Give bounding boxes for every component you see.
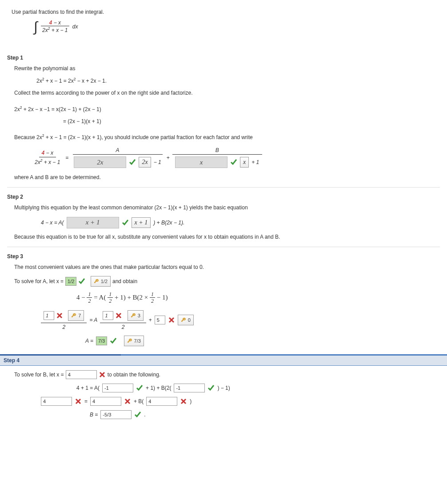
cross-icon [75, 398, 82, 405]
step1-line2: Collect the terms according to the power… [14, 89, 440, 97]
step1-line1: Rewrite the polynomial as [14, 64, 440, 73]
step2-header: Step 2 [7, 194, 440, 200]
input-1a[interactable]: 1 [44, 311, 54, 320]
check-icon [129, 159, 136, 166]
step3-A-result-row: A = 7/3 7/3 [85, 336, 440, 346]
plus-sign: + [167, 155, 170, 161]
check-icon [110, 337, 117, 344]
dx-label: dx [72, 24, 78, 30]
hint-button-xp1[interactable]: x + 1 [132, 217, 151, 228]
step3-let-x-row: To solve for A, let x = 1/2 1/2 and obta… [14, 276, 440, 287]
hint-button-7[interactable]: 7 [68, 310, 84, 321]
step1-header: Step 1 [7, 55, 440, 61]
check-icon [78, 278, 85, 285]
cross-icon [124, 398, 131, 405]
step1-eq2: 2x2 + 2x − x −1 = x(2x − 1) + (2x − 1) [14, 105, 440, 114]
key-icon [71, 313, 76, 318]
input-half[interactable]: 1/2 [65, 277, 76, 286]
hint-button-73[interactable]: 7/3 [124, 336, 144, 346]
step3-header: Step 3 [7, 253, 440, 260]
hint-button-2x[interactable]: 2x [139, 157, 151, 168]
hint-button-half[interactable]: 1/2 [91, 276, 111, 287]
step4-row2: 4 = 4 + B( 4 ) [41, 397, 440, 406]
key-icon [131, 313, 136, 318]
input-B[interactable]: -5/3 [100, 410, 132, 419]
step4-B-result-row: B = -5/3 . [90, 410, 440, 419]
step3-line1: The most convenient values are the ones … [14, 263, 440, 272]
check-icon [136, 384, 143, 392]
cross-icon [99, 371, 106, 378]
input-1b[interactable]: 1 [103, 311, 113, 320]
answer-box-2x[interactable]: 2x [74, 156, 126, 168]
answer-box-xp1[interactable]: x + 1 [67, 217, 119, 228]
check-icon [122, 219, 129, 226]
check-icon [134, 411, 141, 418]
step4-row1: 4 + 1 = A( -1 + 1) + B(2( -1 ) − 1) [76, 384, 440, 392]
hint-button-0[interactable]: 0 [178, 315, 194, 325]
input-5[interactable]: 5 [155, 316, 165, 324]
step1-line3: Because 2x2 + x − 1 = (2x − 1)(x + 1), y… [14, 133, 440, 142]
cross-icon [180, 398, 187, 405]
step1-eq3: = (2x − 1)(x + 1) [63, 117, 440, 126]
step3-display-eq: 4 − 12 = A( 12 + 1) + B(2 × 12 − 1) [76, 291, 440, 305]
input-n1b[interactable]: -1 [174, 384, 205, 392]
cross-icon [115, 312, 122, 319]
prompt-text: Use partial fractions to find the integr… [12, 9, 435, 15]
lhs-fraction: 4 − x 2x2 + x − 1 [32, 149, 63, 166]
step4-let-x-row: To solve for B, let x = 4 to obtain the … [14, 370, 440, 379]
input-x-4[interactable]: 4 [66, 370, 97, 379]
step4-section-bar: Step 4 [0, 355, 447, 366]
step2-line1: Multiplying this equation by the least c… [14, 204, 440, 212]
check-icon [208, 384, 215, 392]
input-4a[interactable]: 4 [41, 397, 72, 406]
key-icon [127, 338, 132, 344]
input-4b[interactable]: 4 [90, 397, 121, 406]
step2-equation-row: 4 − x = A( x + 1 x + 1 ) + B(2x − 1). [41, 217, 440, 228]
integral-expression: ∫ 4 − x 2x2 + x − 1 dx [34, 19, 435, 35]
answer-box-x[interactable]: x [175, 156, 227, 168]
step3-row2: 1 7 2 = A 1 3 2 + 5 0 [41, 309, 440, 331]
step1-eq1: 2x2 + x − 1 = 2x2 − x + 2x − 1. [36, 76, 440, 85]
cross-icon [168, 316, 175, 324]
key-icon [181, 317, 186, 323]
input-n1a[interactable]: -1 [102, 384, 133, 392]
input-4c[interactable]: 4 [146, 397, 177, 406]
fraction-a: A 2x 2x − 1 [71, 146, 164, 169]
fraction-b: B x x + 1 [172, 146, 262, 169]
check-icon [230, 159, 237, 166]
cross-icon [56, 312, 63, 319]
hint-button-x[interactable]: x [240, 157, 249, 168]
problem-prompt: Use partial fractions to find the integr… [7, 0, 440, 48]
step2-line2: Because this equation is to be true for … [14, 233, 440, 241]
equals-sign: = [65, 155, 68, 161]
step1-line4: where A and B are to be determined. [14, 173, 440, 182]
hint-button-3[interactable]: 3 [128, 310, 144, 321]
integral-sign-icon: ∫ [34, 19, 38, 35]
input-73[interactable]: 7/3 [96, 336, 107, 345]
key-icon [94, 279, 99, 284]
step1-partial-fraction-row: 4 − x 2x2 + x − 1 = A 2x 2x − 1 + B x [32, 146, 440, 169]
